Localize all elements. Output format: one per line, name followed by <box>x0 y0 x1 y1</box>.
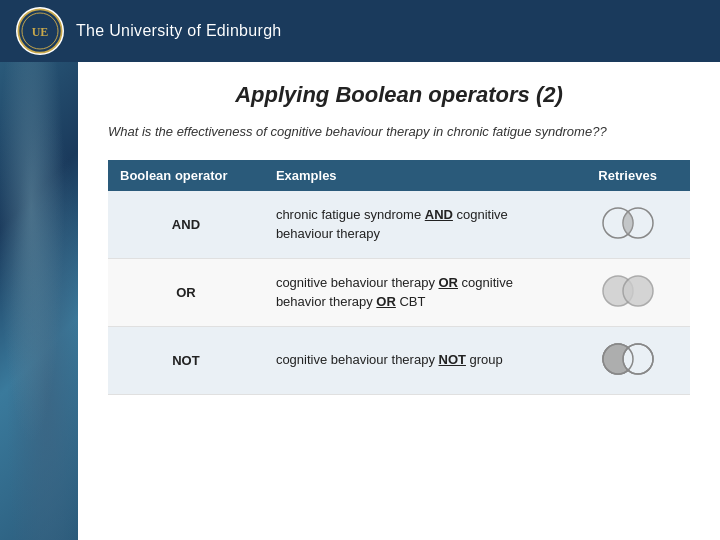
or-keyword-1: OR <box>439 275 459 290</box>
venn-and <box>565 191 690 259</box>
venn-and-svg <box>598 201 658 245</box>
col-header-examples: Examples <box>264 160 565 191</box>
table-row: OR cognitive behaviour therapy OR cognit… <box>108 258 690 326</box>
subtitle: What is the effectiveness of cognitive b… <box>108 122 690 142</box>
university-name: The University of Edinburgh <box>76 22 282 40</box>
operator-not: NOT <box>108 326 264 394</box>
logo: UE <box>16 7 64 55</box>
col-header-operator: Boolean operator <box>108 160 264 191</box>
example-or: cognitive behaviour therapy OR cognitive… <box>264 258 565 326</box>
table-row: NOT cognitive behaviour therapy NOT grou… <box>108 326 690 394</box>
not-keyword: NOT <box>439 352 466 367</box>
venn-or <box>565 258 690 326</box>
operator-and: AND <box>108 191 264 259</box>
col-header-retrieves: Retrieves <box>565 160 690 191</box>
example-and: chronic fatigue syndrome AND cognitive b… <box>264 191 565 259</box>
table-row: AND chronic fatigue syndrome AND cogniti… <box>108 191 690 259</box>
venn-diagram-and <box>598 201 658 245</box>
venn-not-svg <box>598 337 658 381</box>
svg-point-8 <box>623 276 653 306</box>
venn-not <box>565 326 690 394</box>
and-keyword: AND <box>425 207 453 222</box>
boolean-table: Boolean operator Examples Retrieves AND … <box>108 160 690 395</box>
header: UE The University of Edinburgh <box>0 0 720 62</box>
operator-or: OR <box>108 258 264 326</box>
example-not: cognitive behaviour therapy NOT group <box>264 326 565 394</box>
page-title: Applying Boolean operators (2) <box>108 82 690 108</box>
left-photo-strip <box>0 62 78 540</box>
venn-diagram-not <box>598 337 658 381</box>
venn-or-svg <box>598 269 658 313</box>
or-keyword-2: OR <box>376 294 396 309</box>
svg-text:UE: UE <box>32 25 49 39</box>
main-content: Applying Boolean operators (2) What is t… <box>78 62 720 540</box>
venn-diagram-or <box>598 269 658 313</box>
university-crest-icon: UE <box>16 7 64 55</box>
